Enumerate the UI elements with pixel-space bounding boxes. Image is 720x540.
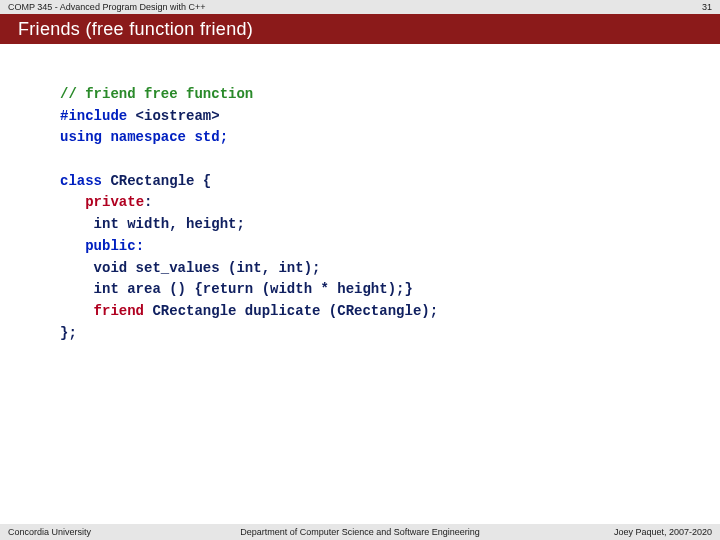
code-line-using: using namespace std; (60, 127, 720, 149)
footer-left: Concordia University (8, 527, 91, 537)
code-line-fields: int width, height; (60, 214, 720, 236)
code-line-include: #include <iostream> (60, 106, 720, 128)
slide-title: Friends (free function friend) (18, 19, 253, 40)
code-line-comment: // friend free function (60, 84, 720, 106)
bottom-footer-bar: Concordia University Department of Compu… (0, 524, 720, 540)
code-line-friend: friend CRectangle duplicate (CRectangle)… (60, 301, 720, 323)
code-line-area: int area () {return (width * height);} (60, 279, 720, 301)
top-header-bar: COMP 345 - Advanced Program Design with … (0, 0, 720, 14)
footer-right: Joey Paquet, 2007-2020 (614, 527, 712, 537)
code-line-close: }; (60, 323, 720, 345)
blank-line (60, 149, 720, 171)
code-block: // friend free function #include <iostre… (0, 44, 720, 344)
course-label: COMP 345 - Advanced Program Design with … (8, 2, 205, 12)
code-line-public: public: (60, 236, 720, 258)
code-line-private: private: (60, 192, 720, 214)
footer-center: Department of Computer Science and Softw… (240, 527, 480, 537)
code-line-setvalues: void set_values (int, int); (60, 258, 720, 280)
slide-title-bar: Friends (free function friend) (0, 14, 720, 44)
code-line-class: class CRectangle { (60, 171, 720, 193)
slide-number: 31 (702, 2, 712, 12)
